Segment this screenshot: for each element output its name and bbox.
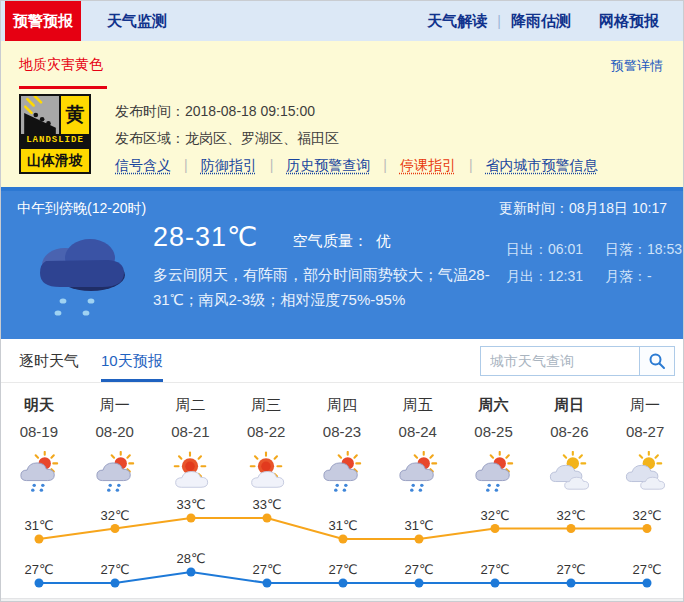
search-input[interactable]	[480, 346, 640, 376]
tab-weather-monitoring[interactable]: 天气监测	[81, 1, 193, 41]
shower-weather-icon	[304, 446, 380, 498]
day-name: 周六	[456, 396, 532, 419]
svg-text:33℃: 33℃	[176, 498, 205, 512]
shower-weather-icon	[380, 446, 456, 498]
day-name: 周二	[153, 396, 229, 419]
footer-strip	[1, 598, 683, 601]
forecast-day-column: 周四 08-23	[304, 396, 380, 498]
warning-level-badge: 黄	[61, 96, 89, 134]
svg-text:31℃: 31℃	[24, 518, 53, 533]
cloudy-weather-icon	[607, 446, 683, 498]
update-time-value: 08月18日 10:17	[569, 200, 667, 216]
forecast-period-title: 中午到傍晚(12-20时)	[17, 200, 146, 218]
alert-tab-underline	[19, 86, 107, 89]
temperature-trend-chart: 31℃32℃33℃33℃31℃31℃32℃32℃32℃27℃27℃28℃27℃2…	[1, 498, 684, 598]
divider: |	[469, 157, 473, 173]
tab-hourly-weather[interactable]: 逐时天气	[19, 352, 79, 382]
alert-info: 发布时间：2018-08-18 09:15:00 发布区域：龙岗区、罗湖区、福田…	[115, 89, 598, 187]
divider: |	[270, 157, 274, 173]
day-name: 周一	[607, 396, 683, 419]
update-time-label: 更新时间：	[499, 200, 569, 216]
publish-time-value: 2018-08-18 09:15:00	[185, 103, 315, 119]
divider: |	[383, 157, 387, 173]
air-quality-label: 空气质量：	[293, 232, 368, 249]
alert-links: 信号含义|防御指引|历史预警查询|停课指引|省内城市预警信息	[115, 157, 598, 175]
svg-text:31℃: 31℃	[404, 518, 433, 533]
day-name: 明天	[1, 396, 77, 419]
svg-text:28℃: 28℃	[176, 551, 205, 566]
air-quality-value: 优	[376, 232, 391, 249]
day-date: 08-27	[607, 419, 683, 446]
divider: |	[497, 13, 501, 29]
shower-weather-icon	[1, 446, 77, 498]
svg-text:27℃: 27℃	[100, 562, 129, 577]
svg-text:32℃: 32℃	[480, 508, 509, 523]
link-rain-estimation[interactable]: 降雨估测	[511, 12, 571, 31]
day-date: 08-20	[77, 419, 153, 446]
moonset: 月落：-	[605, 268, 682, 286]
svg-text:27℃: 27℃	[480, 562, 509, 577]
landslide-graphic-icon	[21, 96, 61, 134]
partly-weather-icon	[153, 446, 229, 498]
svg-text:27℃: 27℃	[252, 562, 281, 577]
tab-warning-forecast[interactable]: 预警预报	[5, 1, 81, 41]
alert-tab-bar: 地质灾害黄色 预警详情	[1, 41, 683, 89]
shower-weather-icon	[77, 446, 153, 498]
day-date: 08-25	[456, 419, 532, 446]
link-grid-forecast[interactable]: 网格预报	[599, 12, 659, 31]
search-icon	[648, 352, 666, 370]
divider: |	[184, 157, 188, 173]
forecast-day-column: 周二 08-21	[153, 396, 229, 498]
forecast-day-column: 明天 08-19	[1, 396, 77, 498]
publish-time-label: 发布时间：	[115, 103, 185, 119]
link-weather-interpretation[interactable]: 天气解读	[427, 12, 487, 31]
current-main: 28-31℃ 空气质量：优 多云间阴天，有阵雨，部分时间雨势较大；气温28-31…	[153, 221, 505, 312]
link-history-warning-query[interactable]: 历史预警查询	[286, 157, 370, 173]
svg-text:32℃: 32℃	[556, 508, 585, 523]
link-defense-guide[interactable]: 防御指引	[201, 157, 257, 173]
weather-widget: 预警预报 天气监测 天气解读 | 降雨估测 网格预报 地质灾害黄色 预警详情	[0, 0, 684, 602]
day-date: 08-21	[153, 419, 229, 446]
svg-text:27℃: 27℃	[632, 562, 661, 577]
day-date: 08-23	[304, 419, 380, 446]
forecast-day-column: 周六 08-25	[456, 396, 532, 498]
svg-text:27℃: 27℃	[556, 562, 585, 577]
sunrise: 日出：06:01	[506, 241, 583, 259]
moonrise: 月出：12:31	[506, 268, 583, 286]
link-class-suspension-guide[interactable]: 停课指引	[400, 157, 456, 173]
forecast-day-column: 周一 08-27	[607, 396, 683, 498]
forecast-tabs: 逐时天气 10天预报	[1, 339, 683, 383]
link-province-city-warnings[interactable]: 省内城市预警信息	[486, 157, 598, 173]
svg-text:27℃: 27℃	[24, 562, 53, 577]
day-name: 周日	[531, 396, 607, 419]
shower-weather-icon	[456, 446, 532, 498]
tab-ten-day-forecast[interactable]: 10天预报	[101, 352, 163, 382]
city-weather-search	[480, 346, 675, 376]
current-conditions-section: 中午到傍晚(12-20时) 更新时间：08月18日 10:17 28-31℃ 空…	[1, 187, 683, 339]
publish-area-label: 发布区域：	[115, 130, 185, 146]
alert-tab-geological-yellow[interactable]: 地质灾害黄色	[19, 56, 103, 74]
forecast-day-column: 周五 08-24	[380, 396, 456, 498]
svg-text:32℃: 32℃	[632, 508, 661, 523]
alert-detail-link[interactable]: 预警详情	[611, 57, 663, 75]
publish-area-value: 龙岗区、罗湖区、福田区	[185, 130, 339, 146]
svg-text:27℃: 27℃	[404, 562, 433, 577]
cloudy-weather-icon	[531, 446, 607, 498]
weather-description: 多云间阴天，有阵雨，部分时间雨势较大；气温28-31℃；南风2-3级；相对湿度7…	[153, 262, 505, 312]
ten-day-forecast-row: 明天 08-19 周一 08-20 周二 08-21 周三 08-22 周四	[1, 383, 683, 498]
forecast-day-column: 周日 08-26	[531, 396, 607, 498]
svg-text:32℃: 32℃	[100, 508, 129, 523]
svg-text:33℃: 33℃	[252, 498, 281, 512]
forecast-day-column: 周三 08-22	[228, 396, 304, 498]
day-date: 08-19	[1, 419, 77, 446]
link-signal-meaning[interactable]: 信号含义	[115, 157, 171, 173]
topnav-links: 天气解读 | 降雨估测 网格预报	[427, 1, 683, 41]
rain-cloud-icon	[27, 225, 131, 325]
forecast-panel: 逐时天气 10天预报 明天 08-19 周一 08-20	[1, 339, 683, 601]
search-button[interactable]	[639, 346, 675, 376]
air-quality: 空气质量：优	[293, 232, 391, 249]
landslide-caption-cn: 山体滑坡	[21, 147, 89, 172]
sun-moon-times: 日出：06:01 日落：18:53 月出：12:31 月落：-	[506, 241, 682, 286]
svg-text:27℃: 27℃	[328, 562, 357, 577]
svg-text:31℃: 31℃	[328, 518, 357, 533]
